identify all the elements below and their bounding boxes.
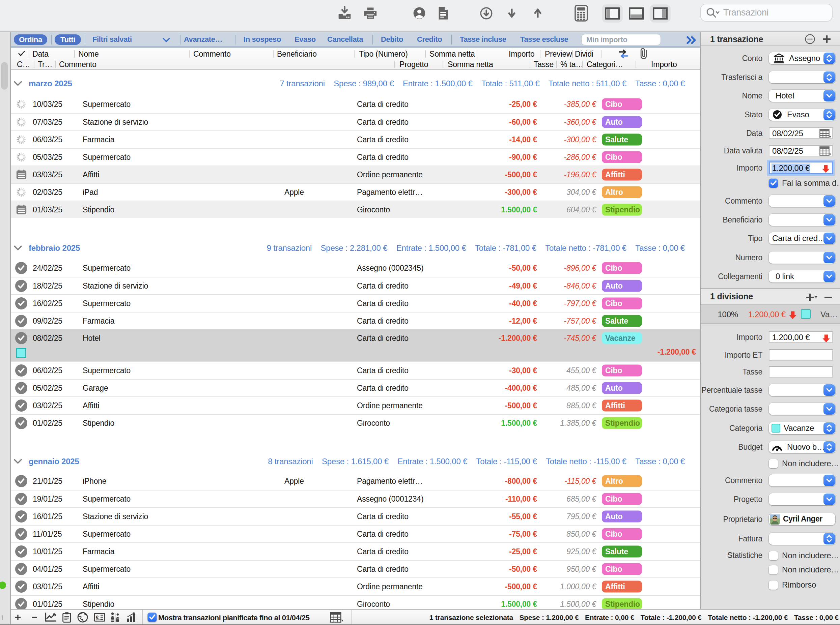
- svg-text:€: €: [96, 614, 99, 620]
